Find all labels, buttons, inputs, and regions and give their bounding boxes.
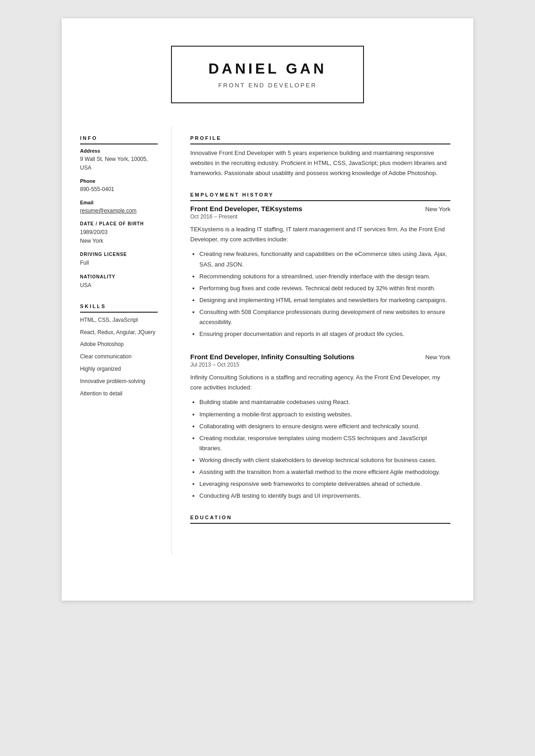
skills-heading: SKILLS bbox=[80, 303, 158, 313]
address-item: Address 9 Wall St, New York, 10005, USA bbox=[80, 148, 158, 172]
job-2: Front End Developer, Infinity Consulting… bbox=[190, 353, 450, 501]
dob-section: DATE / PLACE OF BIRTH 1989/20/03New York bbox=[80, 221, 158, 245]
sidebar: INFO Address 9 Wall St, New York, 10005,… bbox=[62, 126, 171, 555]
email-item: Email resume@example.com bbox=[80, 200, 158, 215]
job-1-title: Front End Developer, TEKsystems bbox=[190, 205, 302, 213]
list-item: Working directly with client stakeholder… bbox=[199, 455, 450, 465]
job-2-desc: Infinity Consulting Solutions is a staff… bbox=[190, 373, 450, 393]
job-1-dates: Oct 2016 – Present bbox=[190, 213, 450, 220]
dob-label: DATE / PLACE OF BIRTH bbox=[80, 221, 158, 226]
phone-item: Phone 890-555-0401 bbox=[80, 178, 158, 193]
list-item: Building stable and maintainable codebas… bbox=[199, 397, 450, 407]
email-value[interactable]: resume@example.com bbox=[80, 208, 137, 214]
nationality-section: NATIONALITY USA bbox=[80, 274, 158, 290]
skills-section: SKILLS HTML, CSS, JavaScript React, Redu… bbox=[80, 303, 158, 398]
phone-value: 890-555-0401 bbox=[80, 186, 114, 192]
job-1-location: New York bbox=[425, 206, 450, 213]
main-content: PROFILE Innovative Front End Developer w… bbox=[171, 126, 473, 555]
skill-2: React, Redux, Angular, JQuery bbox=[80, 329, 158, 336]
profile-section: PROFILE Innovative Front End Developer w… bbox=[190, 135, 450, 178]
skill-1: HTML, CSS, JavaScript bbox=[80, 316, 158, 324]
driving-section: DRIVING LICENSE Full bbox=[80, 252, 158, 267]
profile-text: Innovative Front End Developer with 5 ye… bbox=[190, 148, 450, 178]
address-label: Address bbox=[80, 148, 158, 154]
job-2-dates: Jul 2013 – Oct 2015 bbox=[190, 362, 450, 368]
skill-5: Highly organized bbox=[80, 365, 158, 373]
list-item: Consulting with 508 Compliance professio… bbox=[199, 307, 450, 327]
list-item: Designing and implementing HTML email te… bbox=[199, 295, 450, 305]
list-item: Collaborating with designers to ensure d… bbox=[199, 421, 450, 431]
skill-4: Clear communication bbox=[80, 353, 158, 361]
job-1-desc: TEKsystems is a leading IT staffing, IT … bbox=[190, 224, 450, 245]
job-2-location: New York bbox=[425, 354, 450, 361]
header-box: DANIEL GAN FRONT END DEVELOPER bbox=[171, 46, 364, 103]
header-section: DANIEL GAN FRONT END DEVELOPER bbox=[62, 18, 473, 126]
list-item: Creating new features, functionality and… bbox=[199, 249, 450, 269]
info-section: INFO Address 9 Wall St, New York, 10005,… bbox=[80, 135, 158, 290]
email-label: Email bbox=[80, 200, 158, 205]
employment-heading: EMPLOYMENT HISTORY bbox=[190, 192, 450, 201]
job-2-title: Front End Developer, Infinity Consulting… bbox=[190, 353, 354, 361]
resume-page: DANIEL GAN FRONT END DEVELOPER INFO Addr… bbox=[62, 18, 473, 601]
candidate-title: FRONT END DEVELOPER bbox=[209, 82, 327, 89]
list-item: Assisting with the transition from a wat… bbox=[199, 467, 450, 477]
dob-value: 1989/20/03New York bbox=[80, 228, 158, 245]
education-heading: EDUCATION bbox=[190, 515, 450, 524]
job-1-header: Front End Developer, TEKsystems New York bbox=[190, 205, 450, 213]
nationality-value: USA bbox=[80, 281, 158, 290]
skill-6: Innovative problem-solving bbox=[80, 378, 158, 385]
skill-7: Attention to detail bbox=[80, 390, 158, 398]
list-item: Recommending solutions for a streamlined… bbox=[199, 272, 450, 282]
driving-label: DRIVING LICENSE bbox=[80, 252, 158, 257]
list-item: Implementing a mobile-first approach to … bbox=[199, 410, 450, 420]
driving-value: Full bbox=[80, 259, 158, 267]
list-item: Creating modular, responsive templates u… bbox=[199, 433, 450, 453]
nationality-label: NATIONALITY bbox=[80, 274, 158, 279]
education-section: EDUCATION bbox=[190, 515, 450, 524]
job-1-bullets: Creating new features, functionality and… bbox=[190, 249, 450, 339]
job-2-bullets: Building stable and maintainable codebas… bbox=[190, 397, 450, 501]
list-item: Conducting A/B testing to identify bugs … bbox=[199, 491, 450, 501]
body-section: INFO Address 9 Wall St, New York, 10005,… bbox=[62, 126, 473, 555]
job-2-header: Front End Developer, Infinity Consulting… bbox=[190, 353, 450, 361]
info-heading: INFO bbox=[80, 135, 158, 144]
profile-heading: PROFILE bbox=[190, 135, 450, 144]
skill-3: Adobe Photoshop bbox=[80, 341, 158, 348]
list-item: Ensuring proper documentation and report… bbox=[199, 329, 450, 339]
employment-section: EMPLOYMENT HISTORY Front End Developer, … bbox=[190, 192, 450, 501]
list-item: Leveraging responsive web frameworks to … bbox=[199, 479, 450, 489]
job-1: Front End Developer, TEKsystems New York… bbox=[190, 205, 450, 339]
list-item: Performing bug fixes and code reviews. T… bbox=[199, 283, 450, 293]
candidate-name: DANIEL GAN bbox=[209, 60, 327, 77]
phone-label: Phone bbox=[80, 178, 158, 184]
address-value: 9 Wall St, New York, 10005, USA bbox=[80, 156, 148, 171]
